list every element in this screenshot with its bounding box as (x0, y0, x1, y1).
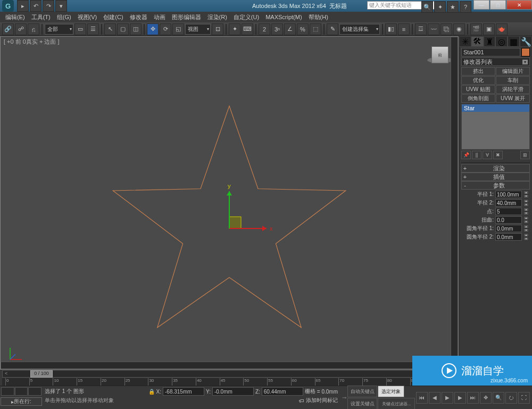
distort-spinner[interactable]: ▲▼ (523, 216, 529, 224)
stack-config-icon[interactable]: ⊞ (520, 151, 530, 159)
named-sel-dropdown[interactable]: 创建选择集 (339, 24, 380, 35)
align-icon[interactable]: ≡ (398, 23, 410, 35)
help-icon[interactable]: ? (460, 1, 471, 13)
select-name-icon[interactable]: ☰ (87, 23, 99, 35)
sel-lock-dropdown[interactable]: 选定对象 (378, 386, 404, 397)
select-object-icon[interactable]: ▭ (74, 23, 86, 35)
stack-show-icon[interactable]: || (472, 151, 481, 159)
mod-uvwmap[interactable]: UVW 贴图 (461, 85, 495, 94)
viewport-scroll-h[interactable] (1, 362, 451, 369)
nav-zoom-icon[interactable]: 🔍 (493, 392, 504, 404)
time-tag-icon[interactable]: 🏷 (299, 398, 304, 404)
stack-item-star[interactable]: Star (462, 104, 529, 112)
add-time-tag[interactable]: 添加时间标记 (306, 397, 338, 404)
points-spinner[interactable]: ▲▼ (523, 208, 529, 215)
key-icon[interactable]: ⊸ (342, 395, 346, 400)
rollout-interp[interactable]: +插值 (461, 173, 530, 181)
modifier-list-dropdown[interactable]: 修改器列表 (461, 58, 530, 66)
distort-input[interactable]: 0.0 (495, 216, 522, 224)
goto-start-icon[interactable]: ⏮ (416, 392, 428, 404)
search-icon[interactable]: 🔍 (421, 1, 433, 13)
move-icon[interactable]: ✥ (147, 23, 159, 35)
radius2-input[interactable]: 40.0mm (495, 199, 522, 207)
radius1-spinner[interactable]: ▲▼ (523, 191, 529, 198)
render-icon[interactable]: 🫖 (496, 23, 508, 35)
schematic-icon[interactable]: ⿻ (440, 23, 452, 35)
angle-snap-icon[interactable]: ∠ (284, 23, 296, 35)
info-icon[interactable]: ✦ (434, 1, 446, 13)
qat-new-icon[interactable]: ▸ (17, 0, 29, 12)
goto-end-icon[interactable]: ⏭ (467, 392, 479, 404)
time-slider-handle[interactable]: 0 / 100 (30, 370, 53, 378)
rollout-params[interactable]: -参数 (461, 181, 530, 190)
ref-coord-dropdown[interactable]: 视图 (185, 24, 211, 35)
tab-hierarchy-icon[interactable]: ♜ (484, 36, 496, 47)
fillet2-input[interactable]: 0.0mm (495, 233, 522, 241)
edit-named-sel-icon[interactable]: ✎ (327, 23, 338, 35)
mod-turbosmooth[interactable]: 涡轮平滑 (496, 85, 530, 94)
app-icon[interactable]: G (2, 0, 14, 12)
coord-y[interactable]: -0.0mm (212, 387, 254, 396)
tab-create-icon[interactable]: ✳ (459, 36, 471, 47)
viewcube[interactable]: 前 (431, 46, 448, 63)
modifier-stack[interactable]: Star (461, 104, 530, 150)
object-color-swatch[interactable] (521, 48, 530, 56)
rotate-icon[interactable]: ⟳ (160, 23, 171, 35)
bind-icon[interactable]: ⎌ (28, 23, 39, 35)
menu-tools[interactable]: 工具(T) (28, 13, 54, 21)
rollout-render[interactable]: +渲染 (461, 164, 530, 173)
qat-undo-icon[interactable]: ↶ (30, 0, 41, 12)
menu-group[interactable]: 组(G) (54, 13, 74, 21)
nav-orbit-icon[interactable]: ⭮ (505, 392, 517, 404)
link-icon[interactable]: 🔗 (2, 23, 14, 35)
unlink-icon[interactable]: ☍ (15, 23, 27, 35)
mod-extrude[interactable]: 挤出 (461, 67, 495, 76)
fillet2-spinner[interactable]: ▲▼ (523, 233, 529, 241)
autokey-button[interactable]: 自动关键点 (347, 386, 377, 397)
curve-editor-icon[interactable]: 〰 (428, 23, 439, 35)
keyboard-icon[interactable]: ⌨ (242, 23, 253, 35)
fillet1-spinner[interactable]: ▲▼ (523, 225, 529, 232)
mod-uvwunwrap[interactable]: UVW 展开 (496, 94, 530, 103)
tab-display-icon[interactable]: ▦ (508, 36, 520, 47)
object-name-input[interactable]: Star001 (461, 48, 520, 56)
scale-icon[interactable]: ◱ (172, 23, 184, 35)
mod-bevelprofile[interactable]: 倒角剖面 (461, 94, 495, 103)
close-button[interactable]: ✕ (506, 0, 532, 10)
select-arrow-icon[interactable]: ↖ (104, 23, 116, 35)
prev-frame-icon[interactable]: ◀ (429, 392, 440, 404)
lock-icon[interactable]: 🔒 (148, 389, 155, 395)
radius2-spinner[interactable]: ▲▼ (523, 199, 529, 207)
spinner-snap-icon[interactable]: ⬚ (310, 23, 321, 35)
mod-optimize[interactable]: 优化 (461, 76, 495, 85)
rect-select-icon[interactable]: ▢ (117, 23, 129, 35)
tab-motion-icon[interactable]: ◎ (495, 36, 508, 47)
percent-snap-icon[interactable]: % (297, 23, 309, 35)
fillet1-input[interactable]: 0.0mm (495, 225, 522, 232)
time-ruler[interactable]: 051015202530354045505560657075808590 (2, 378, 456, 386)
viewport-scroll-v[interactable] (451, 37, 458, 369)
qat-redo-icon[interactable]: ↷ (43, 0, 54, 12)
qat-dropdown-icon[interactable]: ▾ (55, 0, 67, 12)
menu-edit[interactable]: 编辑(E) (2, 13, 28, 21)
play-icon[interactable]: ▶ (442, 392, 453, 404)
window-crossing-icon[interactable]: ◫ (130, 23, 142, 35)
row-button[interactable]: ▸ 所在行: (1, 397, 42, 406)
minimize-button[interactable]: — (473, 0, 489, 10)
viewport-label[interactable]: [ +0 前 0真实 + 边面 ] (4, 38, 60, 46)
menu-views[interactable]: 视图(V) (74, 13, 101, 21)
menu-create[interactable]: 创建(C) (100, 13, 126, 21)
mod-editpatch[interactable]: 编辑面片 (496, 67, 530, 76)
setkey-button[interactable]: 设置关键点 (347, 398, 377, 409)
layers-icon[interactable]: ☲ (415, 23, 427, 35)
menu-help[interactable]: 帮助(H) (305, 13, 331, 21)
nav-pan-icon[interactable]: ✥ (480, 392, 492, 404)
manip-icon[interactable]: ✦ (229, 23, 240, 35)
mod-lathe[interactable]: 车削 (496, 76, 530, 85)
maximize-button[interactable]: □ (490, 0, 506, 10)
mirror-icon[interactable]: ▮▯ (385, 23, 397, 35)
stack-pin-icon[interactable]: 📌 (461, 151, 471, 159)
time-slider[interactable]: < 0 / 100 > (2, 370, 456, 378)
comm-icon[interactable]: ★ (447, 1, 459, 13)
radius1-input[interactable]: 100.0mm (495, 191, 522, 198)
